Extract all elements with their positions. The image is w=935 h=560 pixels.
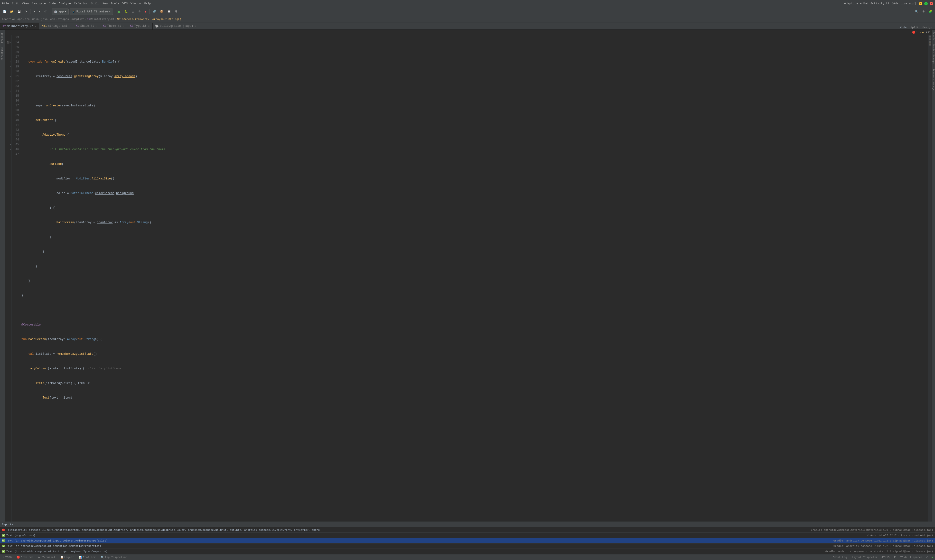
menu-window[interactable]: Window bbox=[131, 2, 141, 5]
search-everywhere-button[interactable]: 🔍 bbox=[913, 9, 920, 15]
right-scrollbar[interactable] bbox=[928, 35, 932, 522]
sidebar-project[interactable]: Project bbox=[1, 31, 4, 45]
breadcrumb-mainactivity[interactable]: MainActivity.kt bbox=[90, 18, 114, 21]
attach-debugger-button[interactable]: 🔗 bbox=[151, 9, 158, 15]
breadcrumb-afaapps[interactable]: afaapps bbox=[58, 18, 69, 21]
logcat-tool[interactable]: 📋 Logcat bbox=[59, 555, 75, 559]
app-inspection-tool[interactable]: 🔍 App Inspection bbox=[100, 555, 128, 559]
tab-strings-close[interactable]: ✕ bbox=[68, 25, 71, 28]
menu-file[interactable]: File bbox=[2, 2, 9, 5]
menu-run[interactable]: Run bbox=[103, 2, 108, 5]
tab-gradle[interactable]: 🐘 build.gradle (:app) ✕ bbox=[153, 23, 199, 29]
app-selector[interactable]: 🤖 app ▾ bbox=[52, 9, 69, 15]
device-manager-tab[interactable]: Device Manager bbox=[932, 42, 935, 67]
problems-tool[interactable]: 🔴 Problems bbox=[15, 555, 35, 559]
maximize-button[interactable]: □ bbox=[924, 2, 928, 5]
import-row-0[interactable]: 🔴 Text(androidx.compose.ui.text.Annotate… bbox=[0, 528, 935, 533]
sidebar-structure[interactable]: Structure bbox=[1, 45, 4, 62]
line-39: } bbox=[22, 278, 928, 283]
tab-type-close[interactable]: ✕ bbox=[148, 25, 150, 28]
forward-button[interactable]: ▸ bbox=[37, 9, 42, 15]
device-selector[interactable]: 📱 Pixel API Tiramisu ▾ bbox=[70, 9, 113, 15]
breadcrumb-adaptive[interactable]: Adaptive bbox=[2, 18, 15, 21]
layout-inspector-toolbar-button[interactable]: 🔲 bbox=[166, 9, 172, 15]
tab-strings[interactable]: Xml strings.xml ✕ bbox=[39, 23, 73, 29]
profiler-tool[interactable]: 📊 Profiler bbox=[78, 555, 97, 559]
run-button[interactable]: ▶ bbox=[117, 9, 122, 14]
tab-theme-close[interactable]: ✕ bbox=[122, 25, 125, 28]
tab-shape[interactable]: Kt Shape.kt ✕ bbox=[73, 23, 100, 29]
back-button[interactable]: ◂ bbox=[32, 9, 37, 15]
terminal-tool[interactable]: ▶_ Terminal bbox=[37, 555, 56, 559]
warning-count[interactable]: ⚠ 4 bbox=[920, 31, 924, 34]
menu-tools[interactable]: Tools bbox=[111, 2, 120, 5]
sync-button[interactable]: ⟳ bbox=[23, 9, 29, 15]
menu-analyze[interactable]: Analyze bbox=[59, 2, 71, 5]
resource-manager-tab[interactable]: Resource Manager bbox=[932, 67, 935, 94]
new-file-button[interactable]: 📄 bbox=[2, 9, 8, 15]
tab-shape-close[interactable]: ✕ bbox=[95, 25, 98, 28]
nav-down-icon[interactable]: ▼ bbox=[928, 31, 930, 34]
debug-button[interactable]: 🐛 bbox=[123, 9, 129, 15]
breadcrumb-java[interactable]: java bbox=[41, 18, 48, 21]
tab-theme[interactable]: Kt Theme.kt ✕ bbox=[100, 23, 127, 29]
code-editor[interactable]: ⬛ bbox=[5, 35, 932, 522]
menu-code[interactable]: Code bbox=[49, 2, 56, 5]
plugins-button[interactable]: 🧩 bbox=[927, 9, 933, 15]
gutter-fold-46[interactable] bbox=[10, 148, 11, 151]
settings-button[interactable]: ⚙ bbox=[921, 9, 926, 15]
database-inspector-button[interactable]: 🗄 bbox=[173, 9, 179, 15]
gutter-fold-34[interactable] bbox=[10, 90, 11, 92]
error-count[interactable]: 🔴 1 bbox=[912, 31, 918, 34]
menu-navigate[interactable]: Navigate bbox=[32, 2, 46, 5]
tab-mainactivity-close[interactable]: ✕ bbox=[34, 25, 37, 28]
coverage-button[interactable]: ☂ bbox=[137, 9, 142, 15]
menu-refactor[interactable]: Refactor bbox=[74, 2, 88, 5]
breadcrumb-com[interactable]: com bbox=[50, 18, 55, 21]
revert-button[interactable]: ↺ bbox=[43, 9, 48, 15]
stop-button[interactable]: ■ bbox=[143, 9, 148, 15]
gutter-fold-29[interactable] bbox=[10, 66, 11, 68]
breadcrumb-adaptive-pkg[interactable]: adaptive bbox=[72, 18, 85, 21]
apk-analyze-button[interactable]: 📦 bbox=[158, 9, 165, 15]
nav-arrows[interactable]: ▲ ▼ bbox=[926, 31, 930, 34]
gradle-panel-tab[interactable]: Gradle bbox=[932, 30, 935, 42]
layout-inspector-tool[interactable]: Layout Inspector bbox=[851, 555, 879, 559]
window-controls[interactable]: – □ ✕ bbox=[919, 2, 933, 5]
menu-bar[interactable]: File Edit View Navigate Code Analyze Ref… bbox=[2, 2, 844, 5]
menu-vcs[interactable]: VCS bbox=[123, 2, 128, 5]
gutter-fold-45[interactable] bbox=[10, 143, 11, 146]
breadcrumb-src[interactable]: src bbox=[25, 18, 30, 21]
nav-up-icon[interactable]: ▲ bbox=[926, 31, 927, 34]
event-log-tool[interactable]: Event Log bbox=[832, 555, 848, 559]
tab-type[interactable]: Kt Type.kt ✕ bbox=[127, 23, 153, 29]
gutter-fold-24[interactable] bbox=[10, 41, 11, 44]
gutter-fold-43[interactable] bbox=[10, 134, 11, 136]
tab-design[interactable]: Design bbox=[920, 26, 934, 29]
gutter-fold-28[interactable] bbox=[10, 61, 11, 63]
menu-help[interactable]: Help bbox=[144, 2, 151, 5]
tab-gradle-close[interactable]: ✕ bbox=[194, 25, 197, 28]
breadcrumb-main[interactable]: main bbox=[32, 18, 38, 21]
gutter-debug-24[interactable]: ⬛ bbox=[7, 42, 9, 43]
tab-code[interactable]: Code bbox=[898, 26, 909, 29]
gutter-fold-31[interactable] bbox=[10, 75, 11, 78]
breadcrumb-mainscreen[interactable]: MainScreen(itemArray: Array<out String>) bbox=[117, 18, 181, 21]
menu-edit[interactable]: Edit bbox=[12, 2, 19, 5]
import-row-1[interactable]: ✅ Text (org.w3c.dom) < Android API 32 Pl… bbox=[0, 533, 935, 538]
menu-view[interactable]: View bbox=[22, 2, 29, 5]
minimize-button[interactable]: – bbox=[919, 2, 922, 5]
todo-tool[interactable]: ☑ TODO bbox=[2, 555, 13, 559]
code-text[interactable]: override fun onCreate(savedInstanceState… bbox=[20, 35, 928, 522]
close-button[interactable]: ✕ bbox=[930, 2, 933, 5]
import-row-3[interactable]: ✅ Text (in androidx.compose.ui.semantics… bbox=[0, 543, 935, 549]
profile-button[interactable]: ⏱ bbox=[130, 9, 136, 15]
menu-build[interactable]: Build bbox=[91, 2, 100, 5]
save-button[interactable]: 💾 bbox=[16, 9, 22, 15]
import-row-2[interactable]: ✅ Text (in androidx.compose.ui.input.poi… bbox=[0, 538, 935, 543]
open-button[interactable]: 📂 bbox=[9, 9, 15, 15]
import-row-4[interactable]: ✅ Text (in androidx.compose.ui.text.inpu… bbox=[0, 549, 935, 554]
tab-split[interactable]: Split bbox=[909, 26, 920, 29]
tab-mainactivity[interactable]: Kt MainActivity.kt ✕ bbox=[0, 23, 39, 29]
breadcrumb-app[interactable]: app bbox=[17, 18, 22, 21]
